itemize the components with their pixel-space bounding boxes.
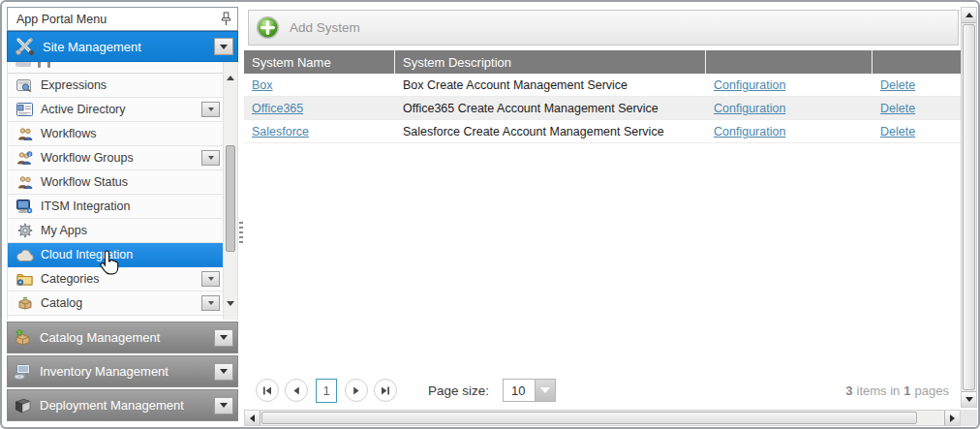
item-dropdown-button[interactable] xyxy=(214,363,233,381)
workflows-icon xyxy=(15,127,34,140)
tools-icon xyxy=(14,37,35,56)
sidebar-item-catalog[interactable]: Catalog xyxy=(8,291,223,316)
item-dropdown-button[interactable] xyxy=(201,295,220,311)
workflow-groups-icon: i xyxy=(15,151,34,165)
column-header-system-description[interactable]: System Description xyxy=(395,50,706,74)
sidebar-item-active-directory[interactable]: Active Directory xyxy=(8,98,223,122)
table-cell: Office365 Create Account Management Serv… xyxy=(395,97,706,119)
sidebar-item-label: Workflows xyxy=(41,127,96,140)
item-dropdown-button[interactable] xyxy=(214,329,233,347)
section-label: Inventory Management xyxy=(40,364,168,379)
main-panel: Add System System Name System Descriptio… xyxy=(244,7,977,426)
add-system-button[interactable]: Add System xyxy=(256,15,360,40)
table-cell: Office365 xyxy=(244,97,395,119)
sidebar-item-workflow-groups[interactable]: iWorkflow Groups xyxy=(8,146,223,170)
sidebar-item-my-apps[interactable]: My Apps xyxy=(8,219,223,243)
configuration-link[interactable]: Configuration xyxy=(714,125,785,138)
page-size-dropdown-icon[interactable] xyxy=(536,379,556,402)
system-name-link[interactable]: Box xyxy=(252,78,273,92)
sidebar: App Portal Menu Site Management Expressi… xyxy=(7,7,238,426)
page-size-select[interactable]: 10 xyxy=(503,379,556,402)
table-row: SalesforceSalesforce Create Account Mana… xyxy=(244,120,961,143)
system-name-link[interactable]: Office365 xyxy=(252,102,303,115)
inventory-management-icon xyxy=(14,364,32,380)
first-page-button[interactable] xyxy=(256,379,279,402)
sidebar-item-categories[interactable]: Categories xyxy=(8,267,223,291)
cloud-integration-icon xyxy=(15,249,34,261)
item-dropdown-button[interactable] xyxy=(201,102,220,117)
my-apps-icon xyxy=(15,223,34,238)
toolbar: Add System xyxy=(248,10,959,46)
table-cell: Configuration xyxy=(706,97,873,119)
sidebar-scroll-thumb[interactable] xyxy=(226,145,235,252)
deployment-management-icon xyxy=(14,398,32,414)
sidebar-item-label: Expressions xyxy=(41,78,107,92)
current-page-button[interactable]: 1 xyxy=(316,379,337,403)
table-row: Office365Office365 Create Account Manage… xyxy=(244,97,961,120)
sidebar-item-label: My Apps xyxy=(41,224,87,237)
section-dropdown-button[interactable] xyxy=(214,38,233,55)
table-cell: Box xyxy=(244,74,395,96)
table-cell: Delete xyxy=(873,97,961,119)
system-description: Box Create Account Management Service xyxy=(403,78,628,92)
page-size-label: Page size: xyxy=(428,383,489,398)
delete-link[interactable]: Delete xyxy=(880,102,915,115)
sidebar-item-workflows[interactable]: Workflows xyxy=(8,122,223,146)
scroll-up-icon[interactable] xyxy=(962,8,976,23)
next-page-button[interactable] xyxy=(345,379,368,402)
sidebar-item-expressions[interactable]: Expressions xyxy=(8,74,223,98)
sidebar-section-deployment-management[interactable]: Deployment Management xyxy=(7,389,238,421)
delete-link[interactable]: Delete xyxy=(880,125,915,138)
horizontal-scroll-thumb[interactable] xyxy=(261,412,917,424)
sidebar-item-itsm-integration[interactable]: ITSM Integration xyxy=(8,195,223,219)
sidebar-section-catalog-management[interactable]: Catalog Management xyxy=(7,322,238,353)
sidebar-scroll-up-icon[interactable] xyxy=(227,76,234,80)
section-label: Site Management xyxy=(43,40,141,54)
expressions-icon xyxy=(15,78,34,92)
sidebar-section-inventory-management[interactable]: Inventory Management xyxy=(7,355,238,387)
sidebar-item-label: Cloud Integration xyxy=(41,248,133,261)
sidebar-item-label: Active Directory xyxy=(41,103,126,116)
add-system-label: Add System xyxy=(290,20,360,35)
vertical-scroll-thumb[interactable] xyxy=(963,24,975,390)
page-size-value: 10 xyxy=(503,379,536,402)
sidebar-item-label: ITSM Integration xyxy=(41,199,130,213)
sidebar-item-label: Workflow Groups xyxy=(41,151,134,165)
sidebar-scroll-down-icon[interactable] xyxy=(227,301,234,306)
column-header-delete[interactable] xyxy=(873,50,961,74)
sidebar-item-label: Catalog xyxy=(41,296,82,310)
item-dropdown-button[interactable] xyxy=(201,150,220,166)
horizontal-scrollbar[interactable] xyxy=(244,410,961,426)
scroll-down-icon[interactable] xyxy=(962,391,976,407)
items-count: 3 xyxy=(845,383,852,398)
pin-icon[interactable] xyxy=(221,12,231,26)
item-dropdown-button[interactable] xyxy=(201,271,220,287)
workflow-status-icon xyxy=(15,175,34,189)
delete-link[interactable]: Delete xyxy=(880,78,915,92)
sidebar-item-clipped xyxy=(8,62,223,74)
sidebar-scrollbar[interactable] xyxy=(223,62,237,320)
categories-icon xyxy=(15,272,34,286)
scroll-right-icon[interactable] xyxy=(944,411,960,425)
system-name-link[interactable]: Salesforce xyxy=(252,125,309,138)
column-header-configuration[interactable] xyxy=(706,50,873,74)
configuration-link[interactable]: Configuration xyxy=(714,78,785,92)
sidebar-section-site-management[interactable]: Site Management xyxy=(7,31,238,62)
sidebar-item-workflow-status[interactable]: Workflow Status xyxy=(8,170,223,195)
item-dropdown-button[interactable] xyxy=(214,397,233,414)
last-page-button[interactable] xyxy=(374,379,397,402)
sidebar-menu-list: ExpressionsActive DirectoryWorkflowsiWor… xyxy=(8,62,223,320)
sidebar-item-cloud-integration[interactable]: Cloud Integration xyxy=(8,243,223,267)
previous-page-button[interactable] xyxy=(285,379,308,402)
sidebar-title-bar: App Portal Menu xyxy=(7,7,238,31)
itsm-integration-icon xyxy=(15,199,34,214)
column-header-system-name[interactable]: System Name xyxy=(244,50,395,74)
pages-count: 1 xyxy=(903,383,910,398)
table-cell: Salesforce xyxy=(244,120,395,142)
catalog-icon xyxy=(15,296,34,310)
configuration-link[interactable]: Configuration xyxy=(714,102,785,115)
scroll-left-icon[interactable] xyxy=(245,411,260,425)
system-description: Office365 Create Account Management Serv… xyxy=(403,102,658,115)
vertical-scrollbar[interactable] xyxy=(961,7,977,408)
section-label: Deployment Management xyxy=(40,398,184,413)
